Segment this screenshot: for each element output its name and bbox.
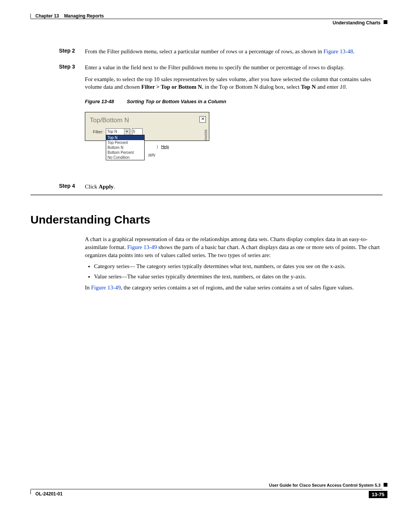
footer-tick — [30, 490, 31, 494]
apply-fragment: pply — [148, 152, 155, 158]
step2-text-a: From the Filter pulldown menu, select a … — [85, 48, 323, 54]
dialog-title: Top/Bottom N — [85, 112, 209, 127]
dropdown-option-top-percent[interactable]: Top Percent — [106, 140, 144, 145]
dropdown-list[interactable]: Top N Top Percent Bottom N Bottom Percen… — [106, 135, 145, 160]
dropdown-option-top-n[interactable]: Top N — [106, 135, 144, 140]
section-rule — [30, 194, 382, 196]
list-item: Value series—The value series typically … — [94, 273, 382, 281]
section-body: A chart is a graphical representation of… — [85, 235, 382, 295]
filter-label: Filter: — [93, 128, 104, 135]
steps-block: Step 2 From the Filter pulldown menu, se… — [59, 48, 382, 145]
figure-ref-13-49[interactable]: Figure 13-49 — [127, 244, 157, 250]
figure-ref-13-48[interactable]: Figure 13-48 — [323, 48, 353, 54]
step3-p1: Enter a value in the field next to the F… — [85, 64, 382, 71]
running-header-right: Understanding Charts — [333, 20, 381, 26]
series-list: Category series— The category series typ… — [85, 262, 382, 281]
filter-value-input[interactable]: 5 — [132, 128, 143, 135]
dropdown-option-bottom-percent[interactable]: Bottom Percent — [106, 150, 144, 155]
dialog-body: Filter: Top N ▼ Top N Top Percent Bottom… — [85, 127, 209, 141]
footer-rule — [30, 489, 382, 489]
step2-text-b: . — [353, 48, 355, 54]
separator: | — [157, 145, 158, 149]
running-header-left: Chapter 13 Managing Reports — [35, 13, 104, 19]
step-body: From the Filter pulldown menu, select a … — [85, 48, 382, 59]
page: Chapter 13 Managing Reports Understandin… — [0, 0, 411, 532]
filter-dropdown[interactable]: Top N ▼ Top N Top Percent Bottom N Botto… — [106, 128, 130, 135]
header-tick — [30, 14, 31, 18]
step-body: Click Apply. — [85, 183, 382, 190]
figure-image-wrap: Top/Bottom N ✕ Filter: Top N ▼ Top N Top… — [85, 112, 382, 141]
step-label: Step 2 — [59, 48, 85, 59]
chapter-number: Chapter 13 — [35, 13, 59, 19]
dropdown-option-bottom-n[interactable]: Bottom N — [106, 145, 144, 150]
dropdown-option-no-condition[interactable]: No Condition — [106, 155, 144, 160]
footer-doc-title: User Guide for Cisco Secure Access Contr… — [269, 483, 381, 487]
step3-p2: For example, to select the top 10 sales … — [85, 75, 382, 91]
footer-marker-square — [384, 483, 387, 487]
help-link[interactable]: Help — [161, 145, 169, 149]
section-heading: Understanding Charts — [30, 213, 150, 226]
step-label: Step 3 — [59, 64, 85, 141]
figure-caption: Figure 13-48 Sorting Top or Bottom Value… — [85, 98, 382, 105]
dialog-help-row: | Help — [156, 144, 169, 150]
footer-doc-id: OL-24201-01 — [35, 491, 62, 497]
section-p1: A chart is a graphical representation of… — [85, 235, 382, 259]
step-body: Enter a value in the field next to the F… — [85, 64, 382, 141]
section-p2: In Figure 13-49, the category series con… — [85, 284, 382, 292]
step-4: Step 4 Click Apply. — [59, 183, 382, 190]
chapter-title: Managing Reports — [64, 13, 104, 19]
step-2: Step 2 From the Filter pulldown menu, se… — [59, 48, 382, 59]
figure-number: Figure 13-48 — [85, 99, 114, 104]
header-marker-square — [384, 20, 387, 24]
header-rule — [30, 19, 382, 19]
chevron-down-icon[interactable]: ▼ — [124, 129, 130, 135]
figure-title: Sorting Top or Bottom Values in a Column — [127, 99, 226, 104]
step-label: Step 4 — [59, 183, 85, 190]
figure-ref-13-49-b[interactable]: Figure 13-49 — [91, 284, 121, 291]
top-bottom-n-dialog: Top/Bottom N ✕ Filter: Top N ▼ Top N Top… — [85, 112, 209, 141]
close-icon[interactable]: ✕ — [199, 116, 206, 123]
image-id: 204555 — [204, 129, 208, 141]
page-number: 13-75 — [369, 491, 387, 498]
list-item: Category series— The category series typ… — [94, 262, 382, 270]
dropdown-selected: Top N — [106, 129, 118, 134]
step-3: Step 3 Enter a value in the field next t… — [59, 64, 382, 141]
